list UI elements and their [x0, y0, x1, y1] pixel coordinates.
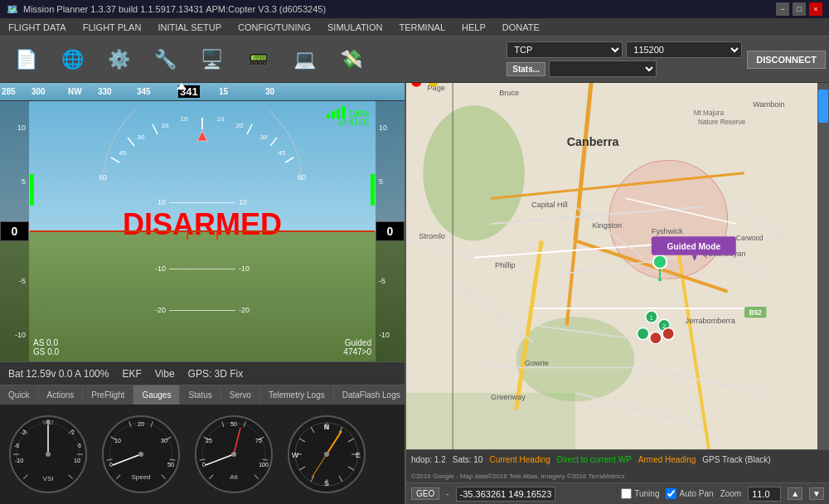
svg-text:Guided Mode: Guided Mode	[667, 242, 721, 251]
menu-simulation[interactable]: SIMULATION	[319, 18, 390, 36]
tab-actions[interactable]: Actions	[39, 385, 84, 405]
disconnect-button[interactable]: DISCONNECT	[747, 51, 826, 69]
zoom-up-button[interactable]: ▲	[788, 487, 802, 500]
close-button[interactable]: ×	[809, 2, 822, 16]
minimize-button[interactable]: −	[776, 2, 789, 16]
svg-text:75: 75	[255, 438, 262, 443]
svg-text:60: 60	[99, 173, 107, 182]
svg-text:Capital Hill: Capital Hill	[531, 201, 568, 209]
svg-point-153	[650, 332, 662, 344]
svg-text:6: 6	[78, 443, 81, 448]
svg-text:Gowrie: Gowrie	[525, 359, 549, 367]
svg-point-97	[324, 452, 329, 457]
coordinates-input[interactable]	[456, 487, 555, 502]
tab-telemetry-logs[interactable]: Telemetry Logs	[260, 385, 334, 405]
flight-data-icon: 📄	[15, 51, 37, 69]
auto-pan-checkbox-label[interactable]: Auto Pan	[666, 488, 713, 499]
main-content: 285 300 NW 330 345 341 15 30	[0, 83, 829, 504]
tab-servo[interactable]: Servo	[221, 385, 260, 405]
copyright-text: ©2016 Google - Map data©2016 Tele Atlas,…	[411, 472, 625, 480]
groundspeed-label: GS 0.0	[33, 347, 59, 356]
hud-info-right: Guided 4747>0	[343, 338, 371, 356]
map-svg: Page Bruce Canberra Capital Hill Kingsto…	[406, 83, 829, 449]
armed-heading-label: Armed Heading	[638, 455, 696, 464]
heading-nw: NW	[68, 87, 82, 96]
svg-text:Greenway: Greenway	[491, 393, 526, 401]
svg-text:Stromlo: Stromlo	[419, 232, 445, 240]
heading-285: 285	[2, 87, 16, 96]
scrollbar-thumb[interactable]	[818, 90, 828, 123]
menu-flight-plan[interactable]: FLIGHT PLAN	[75, 18, 150, 36]
tool-help[interactable]: 💻	[282, 39, 327, 80]
map-container[interactable]: Page Bruce Canberra Capital Hill Kingsto…	[406, 83, 829, 449]
svg-point-57	[138, 452, 143, 457]
svg-text:-6: -6	[14, 443, 19, 448]
svg-text:0: 0	[109, 462, 113, 468]
svg-text:-2: -2	[21, 429, 26, 435]
tab-quick[interactable]: Quick	[0, 385, 39, 405]
tuning-label: Tuning	[634, 489, 659, 498]
svg-marker-7	[197, 131, 207, 141]
airspeed-label: AS 0.0	[33, 338, 59, 347]
tab-gauges[interactable]: Gauges	[133, 385, 180, 405]
svg-text:Nature Reserve: Nature Reserve	[698, 119, 746, 126]
tool-donate[interactable]: 💸	[328, 39, 373, 80]
menu-config-tuning[interactable]: CONFIG/TUNING	[230, 18, 319, 36]
hud-panel: 285 300 NW 330 345 341 15 30	[0, 83, 406, 504]
tool-config[interactable]: 🔧	[143, 39, 187, 80]
tool-simulation[interactable]: 🖥️	[189, 39, 234, 80]
auto-pan-checkbox[interactable]	[666, 488, 676, 499]
menu-initial-setup[interactable]: INITIAL SETUP	[149, 18, 230, 36]
setup-icon: ⚙️	[108, 51, 130, 69]
globe-icon: 🌐	[61, 51, 84, 69]
baud-select[interactable]: 115200 57600	[626, 41, 742, 58]
speed-indicator: 0	[0, 221, 29, 241]
svg-text:20: 20	[236, 122, 244, 129]
gps-track-label: GPS Track (Black)	[702, 455, 770, 464]
zoom-input[interactable]	[748, 487, 781, 502]
speed-gauge: 0 10 20 30 50 Speed	[99, 413, 182, 496]
stats-select[interactable]	[549, 61, 657, 77]
alt-gauge-svg: 0 25 50 75 100 Alt	[192, 413, 275, 496]
tab-preflight[interactable]: PreFlight	[83, 385, 133, 405]
svg-line-2	[128, 138, 134, 146]
menu-donate[interactable]: DONATE	[494, 18, 548, 36]
tab-status[interactable]: Status	[180, 385, 221, 405]
zoom-down-button[interactable]: ▼	[809, 487, 824, 500]
pitch-line-neg10: -10 -10	[155, 264, 250, 273]
map-panel: Page Bruce Canberra Capital Hill Kingsto…	[406, 83, 829, 504]
map-scrollbar[interactable]	[817, 83, 829, 449]
tool-flight-data[interactable]: 📄	[3, 39, 48, 80]
svg-text:45: 45	[119, 149, 127, 157]
tool-flight-plan[interactable]: 🌐	[50, 39, 95, 80]
heading-30: 30	[265, 87, 274, 96]
map-status-bar: GEO - Tuning Auto Pan Zoom ▲ ▼	[406, 482, 829, 504]
time-display: 14:41:01	[337, 118, 370, 127]
speed-gauge-svg: 0 10 20 30 50 Speed	[99, 413, 182, 496]
current-heading-label: Current Heading	[489, 455, 550, 464]
menu-help[interactable]: HELP	[453, 18, 494, 36]
menu-flight-data[interactable]: FLIGHT DATA	[0, 18, 75, 36]
geo-button[interactable]: GEO	[411, 487, 439, 500]
mode-extra: 4747>0	[343, 347, 371, 356]
tuning-checkbox[interactable]	[621, 488, 632, 499]
tool-initial-setup[interactable]: ⚙️	[96, 39, 141, 80]
auto-pan-label: Auto Pan	[679, 489, 713, 498]
titlebar: 🗺️ Mission Planner 1.3.37 build 1.1.5917…	[0, 0, 829, 18]
svg-text:10: 10	[181, 115, 188, 123]
tool-terminal[interactable]: 📟	[235, 39, 280, 80]
scale-neg10: -10	[15, 331, 26, 339]
tab-dataflash-logs[interactable]: DataFlash Logs	[334, 385, 410, 405]
green-bar-right	[371, 174, 375, 206]
protocol-select[interactable]: TCP COM UDP	[507, 41, 623, 58]
hud-status-bar: Bat 12.59v 0.0 A 100% EKF Vibe GPS: 3D F…	[0, 361, 405, 385]
menu-terminal[interactable]: TERMINAL	[390, 18, 453, 36]
rscale-neg10: -10	[379, 331, 390, 339]
hud-display: 60 60 45 45 30 30 20 20 10 10 DISARMED	[0, 101, 405, 361]
svg-text:VSI: VSI	[43, 475, 54, 482]
tuning-checkbox-label[interactable]: Tuning	[621, 488, 659, 499]
maximize-button[interactable]: □	[793, 2, 806, 16]
stats-button[interactable]: Stats...	[507, 62, 545, 76]
svg-text:-10: -10	[15, 458, 23, 463]
app-icon: 🗺️	[7, 4, 18, 15]
